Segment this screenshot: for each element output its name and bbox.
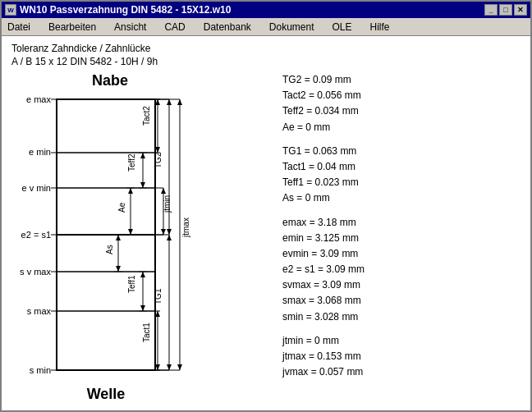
svg-text:Teff2: Teff2 [127,153,136,172]
value-group-4: jtmin = 0 mm jtmax = 0.153 mm jvmax = 0.… [282,333,521,381]
svg-marker-30 [177,99,182,105]
diagram-area: Nabe [11,72,266,404]
svg-text:s max: s max [27,306,52,316]
value-evmin: evmin = 3.09 mm [282,246,521,262]
svg-text:Tact1: Tact1 [142,323,151,342]
title-bar-left: W WN10 Passverzahnung DIN 5482 - 15X12.w… [5,4,231,16]
title-bar: W WN10 Passverzahnung DIN 5482 - 15X12.w… [2,2,530,18]
svg-text:Tact2: Tact2 [142,106,151,126]
value-jvmax: jvmax = 0.057 mm [282,364,521,380]
diagram-svg: e max e min e v min e2 = s1 s v max s ma… [11,91,258,410]
menu-bar: Datei Bearbeiten Ansicht CAD Datenbank D… [2,18,530,36]
value-e2s1: e2 = s1 = 3.09 mm [282,262,521,277]
value-svmax: svmax = 3.09 mm [282,277,521,293]
value-tg2: TG2 = 0.09 mm [282,72,521,88]
menu-ole[interactable]: OLE [330,21,355,34]
menu-datei[interactable]: Datei [5,21,33,34]
minimize-button[interactable]: _ [484,4,498,16]
menu-dokument[interactable]: Dokument [267,21,317,34]
subtitle-line1: Toleranz Zahndicke / Zahnlücke [11,43,521,54]
window-icon: W [5,4,16,16]
value-ae: Ae = 0 mm [282,120,521,135]
value-jtmin: jtmin = 0 mm [282,333,521,349]
maximize-button[interactable]: □ [499,4,512,16]
content-area: Toleranz Zahndicke / Zahnlücke A / B 15 … [2,36,530,410]
svg-text:s v max: s v max [20,267,51,277]
value-tg1: TG1 = 0.063 mm [282,144,521,159]
svg-text:e v min: e v min [22,183,51,193]
diagram-container: e max e min e v min e2 = s1 s v max s ma… [11,91,258,403]
svg-marker-24 [161,188,166,194]
svg-marker-25 [161,229,166,235]
close-button[interactable]: ✕ [514,4,527,16]
values-area: TG2 = 0.09 mm Tact2 = 0.056 mm Teff2 = 0… [266,72,521,404]
svg-text:e min: e min [29,147,51,157]
svg-text:jtmax: jtmax [181,217,190,238]
nabe-label: Nabe [61,72,159,89]
value-emin: emin = 3.125 mm [282,231,521,246]
value-emax: emax = 3.18 mm [282,215,521,231]
svg-marker-73 [167,229,172,235]
svg-text:TG1: TG1 [154,288,163,304]
value-tact1: Tact1 = 0.04 mm [282,159,521,175]
title-controls: _ □ ✕ [484,4,527,16]
menu-datenbank[interactable]: Datenbank [201,21,254,34]
value-group-3: emax = 3.18 mm emin = 3.125 mm evmin = 3… [282,215,521,325]
svg-text:As: As [105,245,114,254]
svg-text:e2 = s1: e2 = s1 [21,230,51,240]
value-teff2: Teff2 = 0.034 mm [282,103,521,119]
svg-text:TG2: TG2 [154,152,163,168]
menu-cad[interactable]: CAD [162,21,187,34]
svg-marker-78 [167,364,172,370]
main-window: W WN10 Passverzahnung DIN 5482 - 15X12.w… [0,0,532,412]
menu-hilfe[interactable]: Hilfe [368,21,392,34]
svg-marker-72 [167,99,172,105]
menu-ansicht[interactable]: Ansicht [112,21,149,34]
svg-marker-31 [177,364,182,370]
value-teff1: Teff1 = 0.023 mm [282,175,521,190]
svg-text:e max: e max [26,94,51,104]
value-as: As = 0 mm [282,190,521,206]
value-jtmax: jtmax = 0.153 mm [282,349,521,364]
subtitle-line2: A / B 15 x 12 DIN 5482 - 10H / 9h [11,56,521,67]
svg-text:s min: s min [30,365,51,375]
svg-text:jtmin: jtmin [163,195,172,213]
svg-rect-0 [57,99,155,235]
value-group-1: TG2 = 0.09 mm Tact2 = 0.056 mm Teff2 = 0… [282,72,521,135]
window-title: WN10 Passverzahnung DIN 5482 - 15X12.w10 [20,4,231,16]
value-smax: smax = 3.068 mm [282,293,521,309]
svg-marker-77 [167,235,172,240]
value-tact2: Tact2 = 0.056 mm [282,88,521,103]
svg-text:Teff1: Teff1 [127,275,136,293]
value-smin: smin = 3.028 mm [282,309,521,325]
menu-bearbeiten[interactable]: Bearbeiten [46,21,99,34]
svg-text:Ae: Ae [117,202,126,213]
main-area: Nabe [11,72,521,404]
svg-text:Welle: Welle [87,386,126,402]
value-group-2: TG1 = 0.063 mm Tact1 = 0.04 mm Teff1 = 0… [282,144,521,207]
